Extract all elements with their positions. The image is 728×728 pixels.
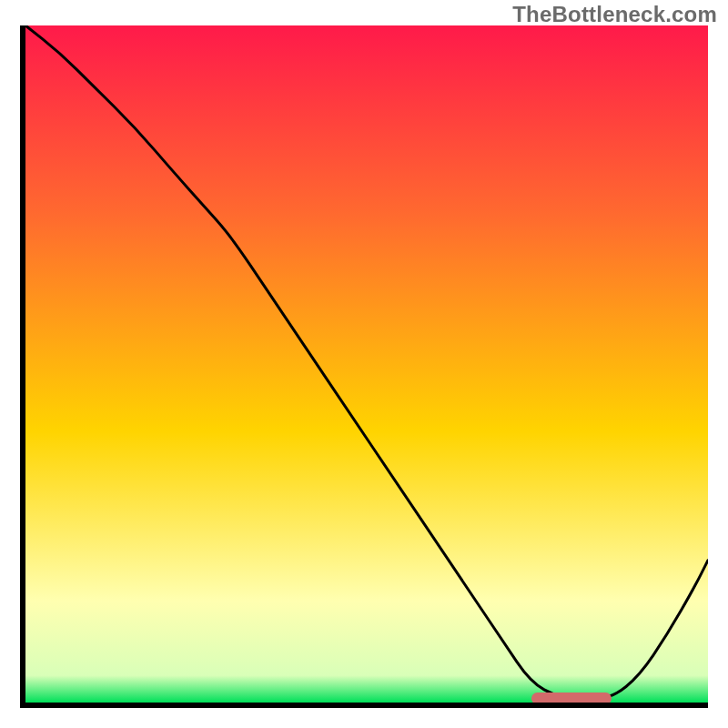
watermark-text: TheBottleneck.com <box>512 2 717 27</box>
chart-svg <box>25 25 708 703</box>
chart-frame: TheBottleneck.com <box>0 0 728 728</box>
plot-area <box>20 25 708 708</box>
gradient-fill <box>25 25 708 703</box>
